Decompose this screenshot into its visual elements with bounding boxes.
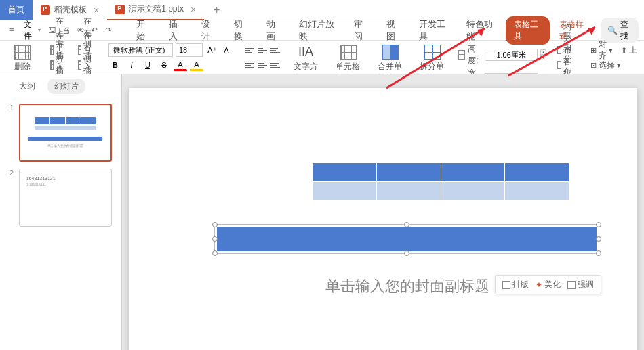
resize-handle[interactable] [212,250,218,256]
delete-button[interactable]: 删除 [5,43,39,74]
menu-insert[interactable]: 插入 [161,16,192,45]
highlight[interactable]: A [190,59,203,71]
workspace: 大纲 幻灯片 1 单击输入您的封面副标题 2 16431313131 1 131… [0,74,644,350]
layout-icon [502,281,510,289]
emphasis-icon [567,281,576,289]
thumbnail-2[interactable]: 2 16431313131 1 131313131 [9,169,112,227]
table-2-selected[interactable] [217,227,597,251]
new-tab-button[interactable]: + [204,4,229,16]
menu-transition[interactable]: 切换 [226,16,257,45]
slide[interactable]: 单击输入您的封面副标题 排版 ✦美化 强调 [129,88,637,350]
chevron-down-icon: ▾ [38,27,41,33]
search-icon: 🔍 [607,26,618,35]
align-left[interactable] [243,60,256,70]
slide-panel: 大纲 幻灯片 1 单击输入您的封面副标题 2 16431313131 1 131… [0,74,122,350]
merge-icon [382,45,399,60]
increase-size[interactable]: A⁺ [205,44,219,56]
resize-handle[interactable] [404,250,409,256]
menu-review[interactable]: 审阅 [346,16,377,45]
thumbnail-1[interactable]: 1 单击输入您的封面副标题 [9,104,112,162]
menu-table-tools[interactable]: 表格工具 [506,16,550,45]
text-direction-icon: IIA [298,45,315,60]
strike-button[interactable]: S [157,59,171,71]
resize-handle[interactable] [404,222,409,227]
menu-design[interactable]: 设计 [193,16,224,45]
split-icon [424,45,441,60]
underline-button[interactable]: U [141,59,155,71]
slide-number: 1 [9,104,15,162]
resize-handle[interactable] [212,236,218,242]
italic-button[interactable]: I [125,59,138,71]
height-icon [458,50,465,60]
ppt-icon [115,5,125,14]
resize-handle[interactable] [212,222,218,227]
grid-icon [50,60,54,70]
thumbnail[interactable]: 单击输入您的封面副标题 [19,104,112,162]
select-menu[interactable]: ⊡ 选择 ▾ [588,58,624,72]
slide-number: 2 [9,169,15,227]
font-color[interactable]: A [174,59,187,71]
align-bottom[interactable] [269,45,281,56]
emphasis-button[interactable]: 强调 [567,279,594,290]
thumbnail-list[interactable]: 1 单击输入您的封面副标题 2 16431313131 1 131313131 [0,98,121,350]
menu-view[interactable]: 视图 [378,16,409,45]
height-spinner[interactable]: ▴▾ [540,49,546,60]
align-middle[interactable] [256,45,268,56]
bold-button[interactable]: B [108,59,122,71]
delete-icon [14,45,31,60]
thumbnail[interactable]: 16431313131 1 131313131 [19,169,112,227]
subtitle-placeholder[interactable]: 单击输入您的封面副标题 [325,276,489,297]
table-1[interactable] [312,162,569,201]
close-icon[interactable]: × [190,4,196,15]
align-right[interactable] [269,60,281,70]
dist-cols-icon [557,61,561,69]
file-menu[interactable]: 文件▾ [20,16,45,45]
menu-features[interactable]: 特色功能 [458,16,504,45]
font-select[interactable] [108,43,173,57]
align-center[interactable] [256,60,268,70]
slides-tab[interactable]: 幻灯片 [47,79,85,94]
decrease-size[interactable]: A⁻ [222,44,235,56]
ribbon: 删除 在上方插入行 在左侧插入列 在下方插入行 在右侧插入列 A⁺ A⁻ B I… [0,41,644,74]
grid-icon [78,60,81,70]
resize-handle[interactable] [596,250,601,256]
redo-icon[interactable]: ↷ [102,23,115,38]
menu-slideshow[interactable]: 幻灯片放映 [291,16,344,45]
floating-toolbar: 排版 ✦美化 强调 [495,275,601,294]
menu-start[interactable]: 开始 [128,16,159,45]
menu-icon[interactable]: ≡ [5,23,18,38]
canvas[interactable]: 单击输入您的封面副标题 排版 ✦美化 强调 [122,74,644,350]
resize-handle[interactable] [596,222,601,227]
menu-devtools[interactable]: 开发工具 [411,16,457,45]
size-select[interactable] [176,43,203,57]
cell-margin-icon [340,45,357,60]
selection-frame [214,224,599,254]
height-input[interactable] [485,49,538,61]
docer-icon [41,5,50,15]
resize-handle[interactable] [596,236,601,242]
move-up[interactable]: ⬆ 上 [618,43,640,58]
height-label: 高度: [468,43,482,66]
layout-button[interactable]: 排版 [502,279,529,290]
outline-tab[interactable]: 大纲 [12,79,42,94]
beautify-button[interactable]: ✦美化 [536,279,561,290]
align-top[interactable] [243,45,256,56]
menu-animation[interactable]: 动画 [258,16,289,45]
